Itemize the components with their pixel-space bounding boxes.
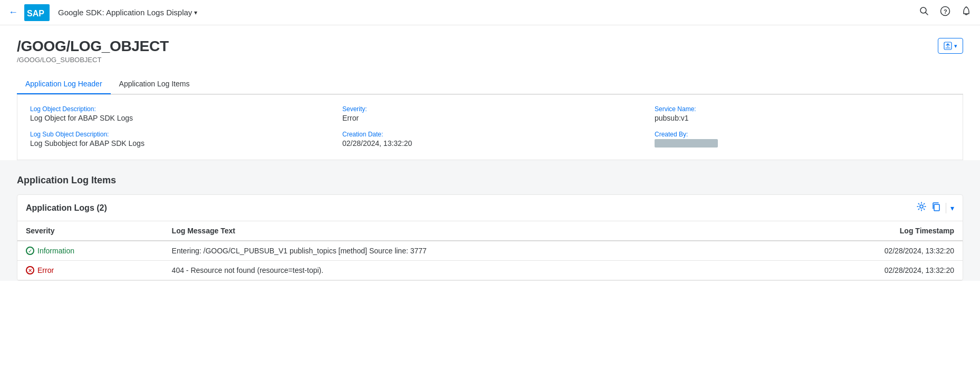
svg-point-7 <box>920 205 923 208</box>
field-created-by: Created By: <box>655 131 950 149</box>
log-fields-grid: Log Object Description: Log Object for A… <box>30 105 950 149</box>
table-header: Severity Log Message Text Log Timestamp <box>17 221 963 241</box>
collapse-icon[interactable]: ▾ <box>950 204 954 212</box>
logs-card-actions: ▾ <box>916 201 954 214</box>
svg-line-3 <box>926 13 928 15</box>
log-items-title: Application Log Items <box>17 169 963 190</box>
tabs: Application Log Header Application Log I… <box>17 74 963 94</box>
page-header: /GOOG/LOG_OBJECT /GOOG/LOG_SUBOBJECT ▾ <box>17 38 963 72</box>
table-body: ✓ Information Entering: /GOOG/CL_PUBSUB_… <box>17 241 963 280</box>
row1-severity-label: Information <box>37 247 74 255</box>
field-creation-date: Creation Date: 02/28/2024, 13:32:20 <box>342 131 638 149</box>
creation-date-value: 02/28/2024, 13:32:20 <box>342 139 638 148</box>
svg-text:?: ? <box>944 8 947 15</box>
topbar: ← SAP Google SDK: Application Logs Displ… <box>0 0 980 25</box>
col-severity: Severity <box>17 221 164 241</box>
tab-application-log-header[interactable]: Application Log Header <box>17 74 111 94</box>
field-log-sub-object-description: Log Sub Object Description: Log Subobjec… <box>30 131 325 149</box>
creation-date-label: Creation Date: <box>342 131 638 138</box>
row1-severity: ✓ Information <box>17 241 164 261</box>
col-message: Log Message Text <box>164 221 770 241</box>
severity-value: Error <box>342 114 638 122</box>
sap-logo: SAP <box>24 4 50 21</box>
divider <box>946 203 946 213</box>
search-icon[interactable] <box>919 6 929 19</box>
field-service-name: Service Name: pubsub:v1 <box>655 105 950 122</box>
service-name-value: pubsub:v1 <box>655 114 950 122</box>
back-button[interactable]: ← <box>8 7 18 18</box>
logs-table: Severity Log Message Text Log Timestamp … <box>17 221 963 280</box>
logs-card-header: Application Logs (2) ▾ <box>17 195 963 221</box>
svg-text:SAP: SAP <box>27 9 44 18</box>
created-by-value <box>655 139 950 149</box>
col-timestamp: Log Timestamp <box>770 221 963 241</box>
page-content: /GOOG/LOG_OBJECT /GOOG/LOG_SUBOBJECT ▾ A… <box>0 25 980 160</box>
table-row: ✕ Error 404 - Resource not found (resour… <box>17 261 963 280</box>
row1-timestamp: 02/28/2024, 13:32:20 <box>770 241 963 261</box>
help-icon[interactable]: ? <box>940 6 950 19</box>
row2-severity-label: Error <box>37 266 54 274</box>
settings-icon[interactable] <box>916 201 927 214</box>
export-icon <box>944 42 952 50</box>
service-name-label: Service Name: <box>655 105 950 113</box>
topbar-title: Google SDK: Application Logs Display ▾ <box>58 8 197 17</box>
logs-card-title: Application Logs (2) <box>26 203 107 213</box>
logs-card: Application Logs (2) ▾ <box>17 194 963 281</box>
page-subtitle: /GOOG/LOG_SUBOBJECT <box>17 56 169 64</box>
log-sub-object-description-label: Log Sub Object Description: <box>30 131 325 138</box>
table-header-row: Severity Log Message Text Log Timestamp <box>17 221 963 241</box>
error-icon: ✕ <box>26 266 34 274</box>
row2-severity: ✕ Error <box>17 261 164 280</box>
svg-rect-8 <box>934 204 939 211</box>
copy-icon[interactable] <box>931 201 941 214</box>
severity-label: Severity: <box>342 105 638 113</box>
created-by-label: Created By: <box>655 131 950 138</box>
row2-timestamp: 02/28/2024, 13:32:20 <box>770 261 963 280</box>
export-button[interactable]: ▾ <box>938 38 963 54</box>
topbar-actions: ? <box>919 6 972 19</box>
log-object-description-label: Log Object Description: <box>30 105 325 113</box>
page-title-block: /GOOG/LOG_OBJECT /GOOG/LOG_SUBOBJECT <box>17 38 169 72</box>
field-severity: Severity: Error <box>342 105 638 122</box>
log-header-section: Log Object Description: Log Object for A… <box>17 94 963 160</box>
page-title: /GOOG/LOG_OBJECT <box>17 38 169 55</box>
log-items-section: Application Log Items Application Logs (… <box>0 160 980 281</box>
row2-message: 404 - Resource not found (resource=test-… <box>164 261 770 280</box>
table-row: ✓ Information Entering: /GOOG/CL_PUBSUB_… <box>17 241 963 261</box>
export-chevron-icon: ▾ <box>954 43 957 50</box>
log-sub-object-description-value: Log Subobject for ABAP SDK Logs <box>30 139 325 148</box>
field-log-object-description: Log Object Description: Log Object for A… <box>30 105 325 122</box>
log-object-description-value: Log Object for ABAP SDK Logs <box>30 114 325 122</box>
topbar-title-chevron[interactable]: ▾ <box>194 9 197 16</box>
row1-message: Entering: /GOOG/CL_PUBSUB_V1 publish_top… <box>164 241 770 261</box>
info-icon: ✓ <box>26 247 34 255</box>
tab-application-log-items[interactable]: Application Log Items <box>111 74 198 94</box>
created-by-redacted <box>655 139 718 148</box>
notifications-icon[interactable] <box>961 6 972 19</box>
